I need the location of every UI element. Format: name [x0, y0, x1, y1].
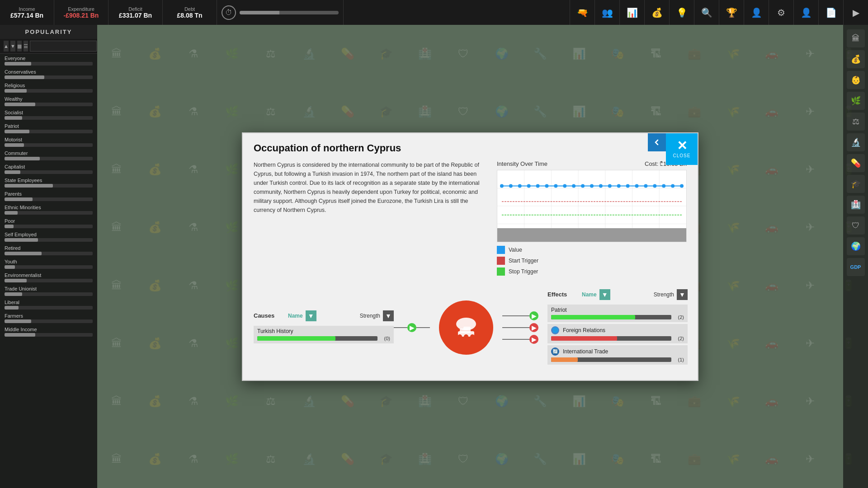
- toolbar-profile[interactable]: 👤: [793, 0, 818, 25]
- right-dot-red2: ▶: [529, 335, 538, 344]
- pop-item-state-employees: State Employees: [0, 176, 97, 189]
- pop-bar-container: [5, 279, 93, 282]
- svg-point-14: [545, 184, 548, 188]
- toolbar-trophy[interactable]: 🏆: [719, 0, 744, 25]
- pop-item-conservatives: Conservatives: [0, 67, 97, 81]
- sidebar-down-btn[interactable]: ▼: [10, 41, 15, 52]
- pop-label: Religious: [5, 83, 93, 88]
- sidebar-grid-btn[interactable]: ▦: [17, 41, 22, 52]
- back-button[interactable]: [648, 133, 666, 151]
- debt-label: Debt: [184, 6, 195, 12]
- right-icon-scale[interactable]: ⚖: [847, 113, 865, 131]
- svg-point-36: [458, 334, 462, 339]
- cause-name-turkish: Turkish History: [257, 328, 390, 334]
- right-icon-science[interactable]: 🔬: [847, 133, 865, 151]
- deficit-label: Deficit: [128, 6, 142, 12]
- pop-bar: [5, 306, 19, 310]
- pop-label: Trade Unionist: [5, 286, 93, 291]
- close-button[interactable]: ✕ CLOSE: [666, 133, 698, 165]
- left-connector: ▶: [394, 323, 430, 332]
- pop-bar: [5, 130, 29, 133]
- expenditure-value: -£908.21 Bn: [64, 12, 99, 19]
- close-label: CLOSE: [673, 153, 691, 158]
- effects-sort-btn[interactable]: ▼: [599, 289, 610, 300]
- pop-label: Conservatives: [5, 69, 93, 75]
- causes-strength-sort[interactable]: ▼: [383, 310, 394, 321]
- pop-label: Everyone: [5, 56, 93, 61]
- pop-bar: [5, 197, 33, 201]
- right-icon-shield[interactable]: 🛡: [847, 216, 865, 235]
- sidebar-list-btn[interactable]: ☰: [24, 41, 28, 52]
- effect-val-patriot: (2): [673, 314, 684, 320]
- pop-bar: [5, 62, 31, 66]
- svg-point-37: [464, 334, 468, 339]
- right-icon-hospital[interactable]: 🏥: [847, 196, 865, 214]
- effect-bar-trade: (1): [551, 357, 684, 362]
- chart-header: Intensity Over Time Cost: ₾10.65 Bn: [497, 160, 687, 167]
- pop-item-middle-income: Middle Income: [0, 325, 97, 338]
- time-progress: [240, 11, 339, 14]
- left-line: [394, 327, 407, 328]
- toolbar-icons: 🔫 👥 📊 💰 💡 🔍 🏆 👤 ⚙ 👤 📄 ▶: [344, 0, 868, 25]
- chart-title: Intensity Over Time: [497, 160, 547, 167]
- toolbar-people[interactable]: 👥: [594, 0, 619, 25]
- right-icon-money[interactable]: 💰: [847, 50, 865, 68]
- causes-sort-btn[interactable]: ▼: [306, 310, 316, 321]
- pop-bar: [5, 225, 14, 228]
- pop-bar: [5, 319, 31, 323]
- pop-bar: [5, 292, 22, 296]
- sidebar-search-input[interactable]: [30, 41, 97, 52]
- right-conn-top: ▶: [502, 311, 538, 320]
- effects-strength-sort[interactable]: ▼: [677, 289, 688, 300]
- causes-panel: Causes Name ▼ Strength ▼ Turkish History: [254, 310, 394, 345]
- legend-stop-color: [497, 267, 505, 276]
- pop-label: Patriot: [5, 123, 93, 129]
- toolbar-gun[interactable]: 🔫: [570, 0, 594, 25]
- svg-point-17: [572, 184, 576, 188]
- pop-label: Commuter: [5, 150, 93, 156]
- toolbar-person[interactable]: 👤: [744, 0, 769, 25]
- toolbar-play[interactable]: ▶: [843, 0, 868, 25]
- effect-fill-foreign: [551, 336, 617, 341]
- right-icon-grad[interactable]: 🎓: [847, 175, 865, 193]
- modal-description: Northern Cyprus is considered by the int…: [254, 160, 488, 276]
- pop-bar: [5, 184, 53, 188]
- pop-bar: [5, 333, 35, 337]
- legend-start: Start Trigger: [497, 257, 687, 265]
- right-icon-building[interactable]: 🏛: [847, 29, 865, 47]
- right-connector: ▶ ▶ ▶: [502, 311, 538, 344]
- effect-bar-foreign: (2): [551, 336, 684, 341]
- right-conn-bot: ▶: [502, 335, 538, 344]
- pop-item-self-employed: Self Employed: [0, 230, 97, 244]
- policy-svg: [450, 311, 482, 344]
- effect-bar-patriot: (2): [551, 314, 684, 320]
- pop-bar-container: [5, 306, 93, 310]
- pop-bar-container: [5, 184, 93, 188]
- right-icon-leaf[interactable]: 🌿: [847, 92, 865, 110]
- toolbar-doc[interactable]: 📄: [818, 0, 843, 25]
- right-icon-gdp[interactable]: GDP: [847, 258, 865, 276]
- effect-item-foreign: 🌐 Foreign Relations (2): [547, 324, 688, 343]
- effect-bar-bg-patriot: [551, 315, 671, 319]
- svg-point-26: [653, 184, 656, 188]
- toolbar-gear[interactable]: ⚙: [769, 0, 793, 25]
- popularity-list: Everyone Conservatives Religious Wealthy…: [0, 54, 97, 338]
- expenditure-label: Expenditure: [68, 6, 94, 12]
- pop-item-everyone: Everyone: [0, 54, 97, 67]
- pop-item-patriot: Patriot: [0, 122, 97, 135]
- toolbar-money[interactable]: 💰: [644, 0, 669, 25]
- toolbar-chart[interactable]: 📊: [619, 0, 644, 25]
- effect-name-foreign: 🌐 Foreign Relations: [551, 326, 684, 334]
- pop-item-youth: Youth: [0, 257, 97, 271]
- right-icon-baby[interactable]: 👶: [847, 71, 865, 89]
- pop-label: Liberal: [5, 300, 93, 305]
- toolbar-idea[interactable]: 💡: [669, 0, 694, 25]
- right-icon-pill[interactable]: 💊: [847, 154, 865, 172]
- sidebar-up-btn[interactable]: ▲: [4, 41, 9, 52]
- pop-bar: [5, 238, 38, 242]
- causes-name-col: Name: [288, 313, 303, 319]
- svg-point-19: [590, 184, 594, 188]
- right-icon-globe[interactable]: 🌍: [847, 237, 865, 255]
- toolbar-search[interactable]: 🔍: [694, 0, 719, 25]
- pop-bar: [5, 89, 27, 93]
